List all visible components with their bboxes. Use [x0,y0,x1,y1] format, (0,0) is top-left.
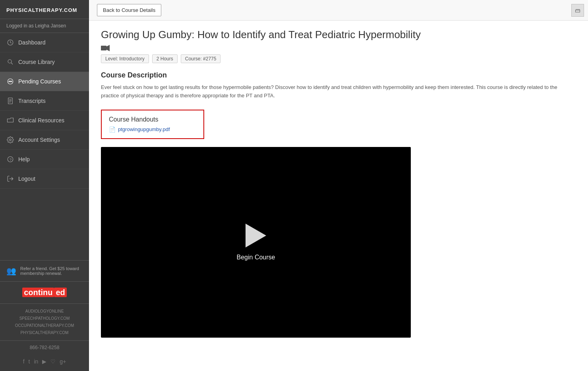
sidebar-item-label-dashboard: Dashboard [18,39,46,46]
sidebar-item-help[interactable]: ? Help [0,150,89,169]
svg-line-2 [11,63,13,64]
pdf-download-link[interactable]: 📄 ptgrowingupgumby.pdf [109,126,196,133]
refer-icon: 👥 [6,266,16,276]
svg-point-6 [11,81,12,82]
sidebar-item-pending-courses[interactable]: Pending Courses [0,72,89,91]
pdf-icon: 📄 [109,126,116,133]
sidebar: PHYSICALTHERAPY.COM Logged in as Leigha … [0,0,89,371]
svg-text:?: ? [10,157,12,162]
continued-highlight: ed [54,288,66,297]
transcripts-icon [6,97,14,105]
course-badge: Level: Introductory [101,54,149,63]
back-to-course-details-button[interactable]: Back to Course Details [97,4,161,16]
sister-site-link[interactable]: PHYSICALTHERAPY.COM [6,329,83,336]
refer-section: 👥 Refer a friend. Get $25 toward members… [0,260,89,281]
sidebar-item-label-clinical-resources: Clinical Resources [18,117,64,124]
svg-rect-15 [101,46,106,50]
sidebar-item-label-course-library: Course Library [18,59,55,65]
course-description: Ever feel stuck on how to get lasting re… [101,83,576,100]
video-player[interactable]: Begin Course [101,147,411,338]
handouts-heading: Course Handouts [109,116,196,123]
continued-logo: continued [6,288,83,297]
main-content: Back to Course Details Growing Up Gumby:… [89,0,588,371]
social-links: f t in ▶ ♡ g+ [0,354,89,371]
account-settings-icon [6,136,14,144]
sidebar-item-transcripts[interactable]: Transcripts [0,91,89,111]
sidebar-item-label-logout: Logout [18,176,35,182]
pdf-filename: ptgrowingupgumby.pdf [118,126,170,132]
clinical-resources-icon [6,116,14,124]
course-library-icon [6,58,14,66]
twitter-icon[interactable]: t [29,358,30,365]
pending-courses-icon [6,77,14,85]
course-badge: 2 Hours [152,54,178,63]
sidebar-item-course-library[interactable]: Course Library [0,52,89,72]
svg-point-4 [9,81,10,82]
sister-sites: AUDIOLOGYONLINESPEECHPATHOLOGY.COMOCCUPA… [0,303,89,340]
svg-point-5 [10,81,11,82]
facebook-icon[interactable]: f [23,358,25,365]
content-area: Growing Up Gumby: How to Identify and Tr… [89,21,588,371]
sidebar-item-label-account-settings: Account Settings [18,137,60,143]
sister-site-link[interactable]: AUDIOLOGYONLINE [6,308,83,315]
brand-logo: PHYSICALTHERAPY.COM [0,0,89,19]
top-right-utility-icon[interactable]: 🗃 [571,4,584,17]
meta-badges: Level: Introductory2 HoursCourse: #2775 [101,54,576,63]
sidebar-item-label-pending-courses: Pending Courses [18,78,61,85]
course-badge: Course: #2775 [181,54,221,63]
description-heading: Course Description [101,71,576,79]
sidebar-item-clinical-resources[interactable]: Clinical Resources [0,111,89,130]
course-title: Growing Up Gumby: How to Identify and Tr… [101,29,576,41]
refer-text: Refer a friend. Get $25 toward membershi… [20,266,83,276]
play-button-icon [246,224,266,247]
continued-prefix: continu [22,288,54,297]
sidebar-item-label-transcripts: Transcripts [18,98,46,104]
svg-point-11 [10,139,12,141]
sidebar-item-label-help: Help [18,156,30,162]
handouts-box: Course Handouts 📄 ptgrowingupgumby.pdf [101,110,204,139]
googleplus-icon[interactable]: g+ [60,358,66,365]
video-icon-svg [101,45,110,51]
top-bar: Back to Course Details [89,0,588,21]
sidebar-item-logout[interactable]: Logout [0,169,89,189]
logout-icon [6,175,14,183]
sister-site-link[interactable]: SPEECHPATHOLOGY.COM [6,315,83,322]
help-icon: ? [6,155,14,163]
video-camera-icon [101,45,110,51]
sister-site-link[interactable]: OCCUPATIONALTHERAPY.COM [6,322,83,329]
continued-brand: continued [0,281,89,303]
sidebar-item-account-settings[interactable]: Account Settings [0,130,89,150]
logged-in-label: Logged in as Leigha Jansen [0,19,89,33]
svg-point-1 [8,60,12,63]
sidebar-item-dashboard[interactable]: Dashboard [0,33,89,52]
begin-course-label: Begin Course [237,254,275,261]
dashboard-icon [6,39,14,46]
nav-list: Dashboard Course Library Pending Courses… [0,33,89,189]
phone-number: 866-782-6258 [0,340,89,354]
pinterest-icon[interactable]: ♡ [50,358,56,365]
linkedin-icon[interactable]: in [34,358,38,365]
youtube-icon[interactable]: ▶ [42,358,46,365]
svg-marker-16 [106,45,110,51]
